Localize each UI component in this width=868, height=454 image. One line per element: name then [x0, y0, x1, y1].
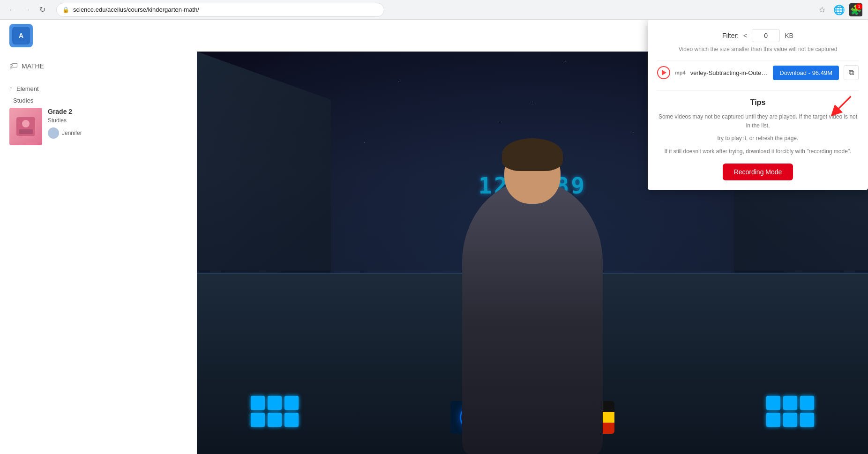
course-title: Grade 2 — [48, 108, 82, 115]
instructor-overlay — [434, 132, 631, 454]
instructor-head — [504, 143, 561, 204]
browser-chrome: ← → ↻ 🔒 science.edu/acellus/course/kinde… — [0, 0, 868, 20]
panel-btn-4 — [251, 413, 265, 427]
sidebar-content: 🏷 MATHE ↑ Element Studies Grade 2 Studie… — [0, 52, 197, 454]
panel-btn-6 — [284, 413, 299, 427]
back-button[interactable]: ← — [6, 3, 19, 16]
lock-icon: 🔒 — [62, 7, 69, 13]
extension-icon[interactable]: 🧩 1 — [849, 3, 862, 16]
browser-actions: ☆ 🌐 🧩 1 — [816, 3, 862, 16]
panel-btn-5 — [268, 413, 282, 427]
panel-btn-r5 — [783, 413, 797, 427]
author-avatar — [48, 127, 59, 139]
extension-badge: 1 — [856, 3, 862, 10]
play-triangle-icon — [662, 70, 666, 75]
profile-icon[interactable]: 🌐 — [832, 3, 846, 16]
file-name: verley-Subtracting-in-Outer-Space.mp4 — [690, 69, 769, 76]
panel-btn-r2 — [783, 396, 797, 410]
panel-buttons-left — [251, 396, 299, 427]
panel-buttons-right — [766, 396, 814, 427]
file-row: mp4 verley-Subtracting-in-Outer-Space.mp… — [657, 60, 859, 85]
filter-row: Filter: < KB — [657, 29, 859, 42]
site-logo-inner: A — [12, 27, 30, 45]
course-info: Grade 2 Studies Jennifer — [48, 108, 82, 145]
course-nav: ↑ Element — [0, 80, 197, 97]
recording-mode-button[interactable]: Recording Mode — [723, 164, 793, 180]
download-button[interactable]: Download - 96.49M — [773, 66, 839, 80]
panel-btn-r1 — [766, 396, 780, 410]
panel-btn-1 — [251, 396, 265, 410]
course-subtitle: Studies — [48, 117, 82, 124]
panel-btn-3 — [284, 396, 299, 410]
panel-btn-r6 — [800, 413, 814, 427]
clipboard-icon: ⧉ — [849, 68, 854, 77]
bookmark-icon[interactable]: ☆ — [816, 3, 829, 16]
course-thumbnail — [9, 108, 42, 145]
panel-btn-r3 — [800, 396, 814, 410]
filter-arrow: < — [743, 32, 747, 39]
instructor-hair — [502, 138, 563, 171]
sidebar-tag-section: 🏷 MATHE — [0, 52, 197, 80]
tips-text-2: try to play it, or refresh the page. — [657, 134, 859, 143]
nav-text: Element — [16, 85, 39, 92]
file-format-badge: mp4 — [675, 70, 686, 75]
filter-label: Filter: — [722, 32, 739, 39]
panel-btn-r4 — [766, 413, 780, 427]
course-nav-sub: Studies — [0, 97, 197, 108]
nav-buttons: ← → ↻ — [6, 3, 49, 16]
course-author: Jennifer — [48, 127, 82, 139]
filter-unit: KB — [785, 32, 793, 39]
svg-rect-2 — [19, 129, 33, 134]
tips-text-3: If it still doesn't work after trying, d… — [657, 147, 859, 156]
play-button[interactable] — [657, 66, 670, 79]
address-bar[interactable]: 🔒 science.edu/acellus/course/kindergarte… — [56, 3, 384, 17]
instructor-body — [462, 180, 603, 454]
reload-button[interactable]: ↻ — [36, 3, 49, 16]
svg-point-1 — [22, 120, 30, 127]
filter-description: Video which the size smaller than this v… — [657, 46, 859, 52]
site-logo: A — [9, 24, 33, 47]
red-arrow-annotation — [827, 92, 855, 120]
nav-icon: ↑ — [9, 85, 13, 92]
forward-button[interactable]: → — [21, 3, 34, 16]
tag-label: MATHE — [22, 62, 44, 70]
filter-input[interactable] — [752, 29, 780, 42]
clipboard-button[interactable]: ⧉ — [844, 65, 859, 80]
url-text: science.edu/acellus/course/kindergarten-… — [73, 6, 378, 13]
page-content: A GET A 🏷 MATHE ↑ Element Studies Grade — [0, 20, 868, 454]
tag-icon: 🏷 — [9, 61, 18, 71]
extension-popup: Filter: < KB Video which the size smalle… — [648, 20, 868, 190]
author-name: Jennifer — [62, 130, 82, 136]
panel-btn-2 — [268, 396, 282, 410]
